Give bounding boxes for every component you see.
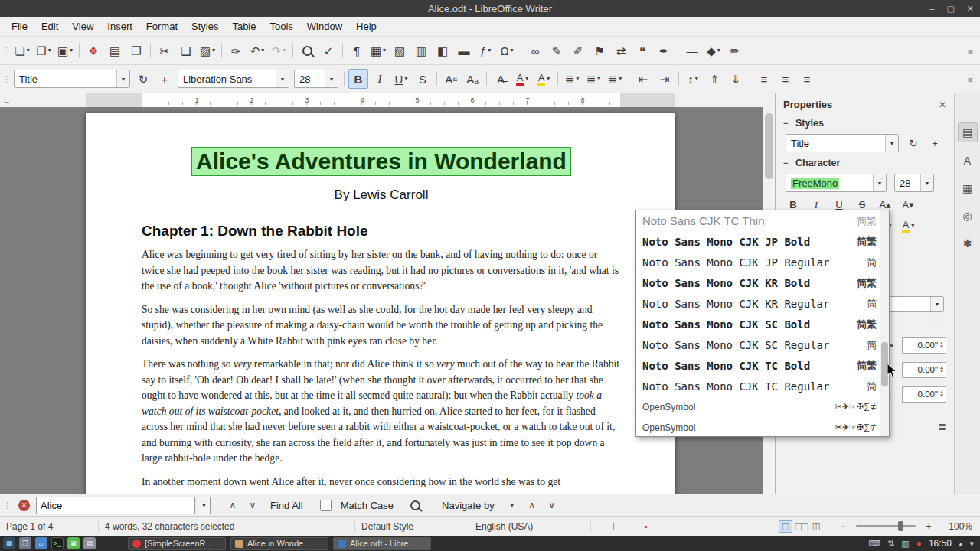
- page-style-status[interactable]: Default Style: [355, 520, 469, 533]
- outline-list-icon[interactable]: ≣ ▾: [605, 69, 625, 89]
- search-history-chevron-icon[interactable]: ▾: [198, 497, 211, 514]
- document-scrollbar-thumb[interactable]: [765, 113, 773, 179]
- special-character-icon[interactable]: Ω ▾: [497, 41, 517, 60]
- search-input[interactable]: [36, 497, 195, 514]
- paragraph-style-combo[interactable]: Title ▾: [14, 70, 130, 88]
- superscript-icon[interactable]: Aᵃ ▾: [441, 69, 461, 89]
- menu-item[interactable]: Table: [225, 18, 263, 34]
- close-find-bar-icon[interactable]: ✕: [18, 500, 30, 511]
- zoom-slider-thumb[interactable]: [898, 521, 903, 531]
- font-list-scrollbar[interactable]: [880, 210, 889, 436]
- toolbar-overflow-button[interactable]: »: [963, 45, 978, 57]
- keyboard-icon[interactable]: ⌨: [868, 539, 880, 549]
- font-list-item[interactable]: Noto Sans CJK TC Thin 简繁: [636, 210, 889, 231]
- track-changes-icon[interactable]: ✒ ▾: [654, 41, 674, 60]
- decrease-paragraph-spacing-icon[interactable]: ⇓ ▾: [726, 69, 746, 89]
- show-desktop-icon[interactable]: ❐: [19, 537, 31, 549]
- multi-page-view-icon[interactable]: ▢▢: [794, 520, 808, 533]
- sidebar-font-name-combo[interactable]: FreeMono ▾: [786, 174, 887, 192]
- font-list-item[interactable]: Noto Sans Mono CJK KR Bold 简繁: [636, 272, 889, 293]
- find-previous-icon[interactable]: ∧: [224, 497, 241, 514]
- chevron-down-icon[interactable]: ▾: [325, 70, 338, 87]
- character-section-header[interactable]: − Character: [776, 154, 954, 172]
- workspace-down-icon[interactable]: ▾: [969, 539, 974, 549]
- cut-icon[interactable]: ✂ ▾: [155, 41, 175, 60]
- app-menu-icon[interactable]: ▦: [3, 537, 15, 549]
- basic-shapes-icon[interactable]: ◆ ▾: [704, 41, 724, 60]
- open-icon[interactable]: ❒ ▾: [34, 41, 54, 60]
- properties-deck-icon[interactable]: ▤: [958, 122, 978, 142]
- insert-image-icon[interactable]: ▧ ▾: [390, 41, 410, 60]
- bold-icon[interactable]: B ▾: [348, 69, 368, 89]
- find-next-icon[interactable]: ∨: [244, 497, 261, 514]
- find-replace-icon[interactable]: ▾: [297, 41, 317, 60]
- unordered-list-icon[interactable]: ≣ ▾: [562, 69, 582, 89]
- menu-item[interactable]: Insert: [100, 18, 139, 34]
- single-page-view-icon[interactable]: ▢: [779, 520, 792, 533]
- spelling-icon[interactable]: ✓ ▾: [318, 41, 338, 60]
- decrease-font-size-icon[interactable]: A▾ ▾: [899, 195, 917, 214]
- insert-bookmark-icon[interactable]: ⚑ ▾: [590, 41, 609, 60]
- document-page[interactable]: Alice's Adventures in Wonderland By Lewi…: [86, 113, 675, 494]
- redo-icon[interactable]: ↷ ▾: [269, 41, 289, 60]
- spin-arrows[interactable]: ▲▼: [939, 366, 944, 373]
- book-view-icon[interactable]: ◫: [809, 520, 823, 533]
- styles-section-header[interactable]: − Styles: [776, 114, 954, 132]
- formatting-marks-icon[interactable]: ¶ ▾: [347, 41, 367, 60]
- sidebar-close-icon[interactable]: ✕: [939, 99, 946, 110]
- font-list-item[interactable]: Noto Sans Mono CJK SC Regular 简: [636, 334, 889, 355]
- network-icon[interactable]: ⇅: [887, 539, 894, 549]
- zoom-out-icon[interactable]: −: [835, 518, 851, 535]
- cross-reference-icon[interactable]: ⇄ ▾: [611, 41, 631, 60]
- align-center-icon[interactable]: ≡ ▾: [776, 69, 795, 89]
- recording-indicator-icon[interactable]: ●: [916, 538, 922, 549]
- strikethrough-icon[interactable]: S ▾: [413, 69, 433, 89]
- insert-table-icon[interactable]: ▦ ▾: [368, 41, 388, 60]
- menu-item[interactable]: Window: [300, 18, 349, 34]
- search-icon[interactable]: [410, 500, 420, 510]
- taskbar-window-writer[interactable]: Alice.odt - Libre...: [333, 537, 431, 550]
- border-style-combo[interactable]: ▾: [887, 296, 944, 312]
- language-status[interactable]: English (USA): [469, 520, 591, 533]
- screen-tool-icon[interactable]: ▣: [67, 537, 80, 549]
- navigator-deck-icon[interactable]: ◎: [959, 207, 977, 225]
- new-style-icon[interactable]: + ▾: [155, 69, 175, 89]
- maximize-button[interactable]: ▢: [946, 4, 954, 14]
- subscript-icon[interactable]: Aₐ ▾: [462, 69, 482, 89]
- navigate-next-icon[interactable]: ∨: [544, 497, 560, 514]
- menu-item[interactable]: View: [65, 18, 100, 34]
- font-list-item[interactable]: Noto Sans Mono CJK TC Bold 简繁: [636, 355, 889, 376]
- new-document-icon[interactable]: ❏ ▾: [12, 41, 32, 60]
- menu-item[interactable]: Edit: [34, 18, 65, 34]
- horizontal-line-icon[interactable]: — ▾: [682, 41, 702, 60]
- zoom-slider[interactable]: [856, 525, 916, 527]
- zoom-percent[interactable]: 100%: [937, 521, 980, 532]
- minimize-button[interactable]: –: [929, 4, 934, 13]
- menu-item[interactable]: Styles: [185, 18, 225, 34]
- hyperlink-icon[interactable]: ∞ ▾: [525, 41, 545, 60]
- indent-before-spin[interactable]: 0.00" ▲▼: [902, 337, 946, 354]
- styles-deck-icon[interactable]: A: [959, 152, 977, 170]
- zoom-in-icon[interactable]: +: [920, 518, 937, 535]
- insert-comment-icon[interactable]: ❝ ▾: [632, 41, 652, 60]
- sidebar-style-combo[interactable]: Title ▾: [786, 134, 899, 152]
- chevron-down-icon[interactable]: ▾: [873, 174, 886, 191]
- clone-formatting-icon[interactable]: ✑ ▾: [226, 41, 246, 60]
- print-icon[interactable]: ▤ ▾: [105, 41, 125, 60]
- char-highlight-icon[interactable]: A ▾: [899, 217, 917, 235]
- decrease-indent-icon[interactable]: ⇤ ▾: [633, 69, 653, 89]
- copy-icon[interactable]: ❑ ▾: [176, 41, 196, 60]
- paste-icon[interactable]: ▨ ▾: [198, 41, 217, 60]
- taskbar-window-simplescreenrecorder[interactable]: [SimpleScreenR...: [128, 537, 226, 550]
- close-button[interactable]: ✕: [967, 4, 974, 14]
- font-list-item[interactable]: OpenSymbol ✂✈☞✠∑⊄: [636, 417, 889, 437]
- font-color-icon[interactable]: A ▾: [512, 69, 532, 89]
- highlight-color-icon[interactable]: A ▾: [534, 69, 554, 89]
- font-list-item[interactable]: Noto Sans Mono CJK SC Bold 简繁: [636, 314, 889, 334]
- document-title-selected[interactable]: Alice's Adventures in Wonderland: [191, 147, 571, 176]
- increase-paragraph-spacing-icon[interactable]: ⇑ ▾: [704, 69, 724, 89]
- spacing-spin[interactable]: 0.00" ▲▼: [902, 386, 946, 403]
- save-icon[interactable]: ▣ ▾: [55, 41, 75, 60]
- gallery-deck-icon[interactable]: ▦: [959, 179, 977, 197]
- font-list-item[interactable]: Noto Sans Mono CJK KR Regular 简: [636, 293, 889, 314]
